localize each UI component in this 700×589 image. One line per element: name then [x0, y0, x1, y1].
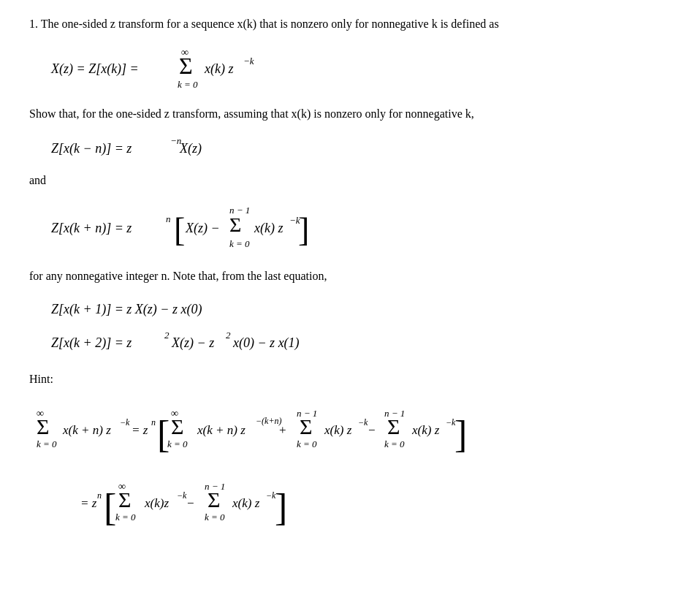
svg-text:]: ]	[454, 414, 467, 455]
svg-text:[: [	[104, 487, 116, 528]
svg-text:Σ: Σ	[387, 414, 400, 438]
formula-shift-left: Z[x(k + n)] = z n [ X(z) − n − 1 Σ k = 0…	[51, 197, 358, 256]
formula-hint-2: = z n [ ∞ Σ k = 0 x(k)z −k − n − 1 Σ k =…	[37, 469, 446, 535]
svg-text:k = 0: k = 0	[178, 79, 198, 90]
svg-text:x(k) z: x(k) z	[254, 221, 283, 236]
page-content: 1. The one-sided z transform for a seque…	[29, 15, 671, 535]
svg-text:2: 2	[164, 330, 170, 341]
svg-text:]: ]	[275, 487, 287, 528]
svg-text:= z: = z	[132, 423, 148, 437]
svg-text:= z: = z	[80, 496, 97, 510]
svg-text:x(k) z: x(k) z	[411, 423, 440, 437]
svg-text:n: n	[151, 417, 156, 428]
svg-text:X(z) − z: X(z) − z	[171, 335, 214, 351]
svg-text:−(k+n): −(k+n)	[256, 416, 282, 426]
svg-text:x(0) − z x(1): x(0) − z x(1)	[232, 335, 300, 351]
svg-text:k = 0: k = 0	[384, 438, 405, 449]
hint-equation-2: = z n [ ∞ Σ k = 0 x(k)z −k − n − 1 Σ k =…	[37, 469, 671, 535]
svg-text:x(k) z: x(k) z	[324, 423, 352, 437]
svg-text:−k: −k	[358, 417, 368, 428]
svg-text:Z[x(k + 2)] = z: Z[x(k + 2)] = z	[51, 335, 132, 351]
equation-shift-right: Z[x(k − n)] = z −n X(z)	[51, 134, 671, 163]
svg-text:X(z): X(z)	[179, 141, 202, 156]
svg-text:Σ: Σ	[171, 414, 183, 438]
svg-text:Z[x(k + n)] = z: Z[x(k + n)] = z	[51, 221, 132, 236]
svg-text:X(z) −: X(z) −	[185, 221, 220, 236]
svg-text:x(k + n) z: x(k + n) z	[62, 423, 111, 437]
show-that-content: Show that, for the one-sided z transform…	[29, 107, 474, 120]
svg-text:+: +	[279, 423, 286, 437]
hint-label-text: Hint:	[29, 369, 671, 389]
problem-number-label: 1.	[29, 18, 38, 30]
svg-text:k = 0: k = 0	[205, 512, 225, 522]
equation-shift-left: Z[x(k + n)] = z n [ X(z) − n − 1 Σ k = 0…	[51, 197, 671, 256]
svg-text:−: −	[187, 496, 194, 510]
formula-shift-right: Z[x(k − n)] = z −n X(z)	[51, 134, 241, 163]
formula-k-plus-2: Z[x(k + 2)] = z 2 X(z) − z 2 x(0) − z x(…	[51, 328, 329, 357]
svg-text:n: n	[97, 490, 102, 501]
problem-intro: 1. The one-sided z transform for a seque…	[29, 15, 671, 34]
svg-text:Z[x(k + 1)] = z X(z) − z x(0): Z[x(k + 1)] = z X(z) − z x(0)	[51, 302, 202, 317]
svg-text:Z[x(k − n)] = z: Z[x(k − n)] = z	[51, 141, 132, 156]
svg-text:Σ: Σ	[208, 487, 220, 512]
svg-text:2: 2	[226, 330, 231, 341]
svg-text:k = 0: k = 0	[229, 238, 250, 249]
formula-k-plus-1: Z[x(k + 1)] = z X(z) − z x(0)	[51, 296, 278, 322]
svg-text:Σ: Σ	[179, 53, 193, 79]
and-text: and	[29, 170, 671, 190]
svg-text:−k: −k	[243, 56, 254, 66]
equation-k-plus-1: Z[x(k + 1)] = z X(z) − z x(0)	[51, 296, 671, 322]
equation-k-plus-2: Z[x(k + 2)] = z 2 X(z) − z 2 x(0) − z x(…	[51, 328, 671, 357]
svg-text:x(k) z: x(k) z	[232, 496, 260, 510]
and-label: and	[29, 174, 46, 186]
svg-text:]: ]	[298, 211, 309, 248]
svg-text:Σ: Σ	[229, 213, 241, 236]
problem-intro-text: The one-sided z transform for a sequence…	[41, 18, 499, 30]
for-any-content: for any nonneg­ative integer n. Note tha…	[29, 270, 327, 282]
svg-text:k = 0: k = 0	[167, 438, 188, 449]
svg-text:Σ: Σ	[118, 487, 131, 512]
equation-xz-definition: X(z) = Z[x(k)] = ∞ Σ k = 0 x(k) z −k	[51, 42, 671, 94]
formula-xz: X(z) = Z[x(k)] = ∞ Σ k = 0 x(k) z −k	[51, 42, 285, 94]
svg-text:−k: −k	[120, 417, 130, 428]
svg-text:x(k) z: x(k) z	[204, 61, 233, 77]
svg-text:k = 0: k = 0	[115, 512, 136, 522]
show-that-text: Show that, for the one-sided z transform…	[29, 104, 671, 123]
svg-text:k = 0: k = 0	[297, 438, 317, 449]
svg-text:Σ: Σ	[37, 414, 49, 438]
svg-text:X(z) = Z[x(k)] =: X(z) = Z[x(k)] =	[50, 61, 139, 77]
hint-equation-1: ∞ Σ k = 0 x(k + n) z −k = z n [ ∞ Σ k = …	[37, 396, 671, 462]
svg-text:x(k + n) z: x(k + n) z	[197, 423, 246, 437]
svg-text:−: −	[368, 423, 376, 437]
svg-text:[: [	[174, 211, 185, 248]
formula-hint-1: ∞ Σ k = 0 x(k + n) z −k = z n [ ∞ Σ k = …	[37, 396, 533, 462]
svg-text:x(k)z: x(k)z	[144, 496, 169, 510]
svg-text:Σ: Σ	[300, 414, 312, 438]
svg-text:n: n	[166, 213, 171, 224]
for-any-text: for any nonneg­ative integer n. Note tha…	[29, 266, 671, 286]
hint-label: Hint:	[29, 373, 53, 385]
svg-text:k = 0: k = 0	[37, 438, 57, 449]
svg-text:−k: −k	[177, 490, 187, 501]
